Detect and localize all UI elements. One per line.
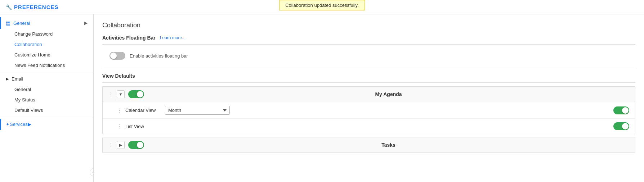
list-view-label: List View: [125, 124, 161, 129]
activities-toggle[interactable]: [109, 52, 125, 60]
services-icon: ✦: [6, 122, 10, 127]
tasks-chevron-button[interactable]: ▶: [117, 141, 125, 149]
calendar-drag-handle[interactable]: ⋮: [117, 108, 122, 113]
sidebar-label-news-feed: News Feed Notifications: [14, 63, 65, 68]
sidebar-item-my-status[interactable]: My Status: [0, 95, 93, 105]
tasks-block: ⋮ ▶ Tasks: [102, 137, 635, 153]
activities-toggle-knob: [110, 53, 117, 59]
page-title: Collaboration: [102, 22, 635, 29]
tasks-drag-handle[interactable]: ⋮: [108, 142, 113, 148]
sidebar-divider-1: [0, 72, 93, 72]
floating-bar-row: Enable activities floating bar: [102, 48, 635, 63]
chevron-right-icon: ▶: [84, 21, 88, 26]
tasks-toggle[interactable]: [128, 141, 144, 149]
activities-label: Activities Floating Bar: [102, 35, 156, 41]
email-arrow-icon: ▶: [6, 77, 9, 81]
sidebar-item-general2[interactable]: General: [0, 84, 93, 95]
agenda-chevron-icon: ▼: [119, 92, 123, 96]
sidebar-item-customize-home[interactable]: Customize Home: [0, 50, 93, 60]
list-toggle-knob: [622, 123, 629, 129]
calendar-view-label: Calendar View: [125, 108, 161, 113]
agenda-block: ⋮ ▼ My Agenda ⋮ Calendar Vie: [102, 86, 635, 134]
calendar-view-select[interactable]: Month Day Week Year: [165, 106, 230, 115]
sidebar-label-services: Services: [10, 122, 28, 127]
agenda-chevron-button[interactable]: ▼: [117, 90, 125, 98]
tasks-chevron-icon: ▶: [119, 143, 122, 147]
notification-text: Collaboration updated successfully.: [285, 3, 359, 8]
sidebar-label-default-views: Default Views: [14, 108, 43, 113]
agenda-drag-handle[interactable]: ⋮: [108, 91, 113, 97]
view-defaults-title: View Defaults: [102, 73, 635, 79]
divider-view-defaults: [102, 82, 635, 83]
tasks-toggle-track: [128, 141, 144, 149]
divider-view-defaults-top: [102, 67, 635, 67]
sidebar-section-email[interactable]: ▶ Email: [0, 74, 93, 84]
sidebar-item-general[interactable]: ▤ General ▶: [0, 17, 93, 29]
enable-activities-label: Enable activities floating bar: [130, 53, 188, 59]
sidebar-item-change-password[interactable]: Change Password: [0, 29, 93, 39]
agenda-toggle[interactable]: [128, 90, 144, 98]
sidebar-label-change-password: Change Password: [14, 31, 53, 37]
divider-activities: [102, 44, 635, 45]
tasks-toggle-knob: [137, 142, 143, 148]
activities-toggle-track: [109, 52, 125, 60]
sidebar-label-collaboration: Collaboration: [14, 42, 42, 47]
tasks-header-row: ⋮ ▶ Tasks: [103, 137, 635, 153]
list-view-toggle[interactable]: [613, 122, 629, 130]
learn-more-link[interactable]: Learn more...: [160, 35, 185, 40]
general-icon: ▤: [6, 20, 10, 26]
sidebar-collapse-button[interactable]: ◀: [90, 168, 94, 176]
calendar-toggle-track: [613, 106, 629, 114]
sidebar: ▤ General ▶ Change Password Collaboratio…: [0, 14, 94, 182]
sidebar-item-collaboration[interactable]: Collaboration: [0, 39, 93, 50]
list-drag-handle[interactable]: ⋮: [117, 123, 122, 129]
agenda-sub-rows: ⋮ Calendar View Month Day Week Year: [103, 102, 635, 134]
tasks-title: Tasks: [148, 142, 629, 148]
sidebar-item-news-feed[interactable]: News Feed Notifications: [0, 60, 93, 70]
calendar-toggle-knob: [622, 107, 629, 114]
sidebar-label-email: Email: [12, 76, 23, 82]
list-toggle-track: [613, 122, 629, 130]
services-chevron-right-icon: ▶: [28, 122, 31, 127]
calendar-view-row: ⋮ Calendar View Month Day Week Year: [103, 102, 635, 119]
view-defaults-section: View Defaults ⋮ ▼ My Agenda: [102, 73, 635, 153]
agenda-toggle-knob: [137, 91, 143, 97]
sidebar-divider-2: [0, 117, 93, 117]
agenda-toggle-track: [128, 90, 144, 98]
sidebar-label-customize-home: Customize Home: [14, 52, 50, 58]
activities-section-title: Activities Floating Bar Learn more...: [102, 35, 635, 41]
sidebar-label-general: General: [13, 21, 30, 26]
sidebar-item-services[interactable]: ✦ Services ▶: [0, 119, 93, 130]
app-title: PREFERENCES: [14, 4, 59, 10]
sidebar-label-general2: General: [14, 87, 31, 92]
sidebar-label-my-status: My Status: [14, 97, 35, 103]
success-notification: Collaboration updated successfully.: [279, 0, 365, 10]
agenda-title: My Agenda: [148, 91, 629, 97]
sidebar-item-default-views[interactable]: Default Views: [0, 105, 93, 115]
content-area: Collaboration Activities Floating Bar Le…: [94, 14, 644, 182]
list-view-row: ⋮ List View: [103, 119, 635, 134]
wrench-icon: 🔧: [6, 4, 12, 10]
main-layout: ▤ General ▶ Change Password Collaboratio…: [0, 14, 644, 182]
agenda-header-row: ⋮ ▼ My Agenda: [103, 87, 635, 102]
calendar-view-toggle[interactable]: [613, 106, 629, 114]
